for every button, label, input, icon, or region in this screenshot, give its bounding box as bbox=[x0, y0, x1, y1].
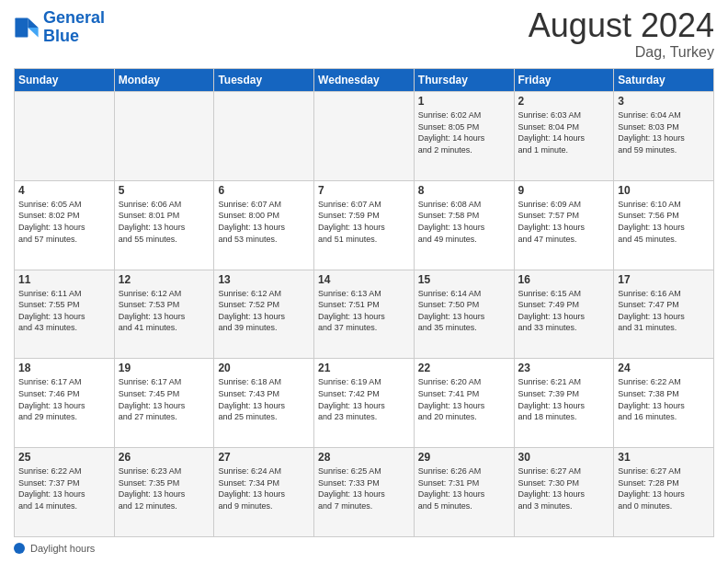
calendar-week-row: 11Sunrise: 6:11 AM Sunset: 7:55 PM Dayli… bbox=[15, 270, 714, 359]
day-number: 19 bbox=[119, 362, 210, 374]
day-number: 18 bbox=[18, 362, 110, 374]
day-info: Sunrise: 6:07 AM Sunset: 7:59 PM Dayligh… bbox=[318, 199, 410, 245]
day-number: 11 bbox=[18, 273, 110, 286]
day-info: Sunrise: 6:15 AM Sunset: 7:49 PM Dayligh… bbox=[518, 288, 610, 334]
page: General Blue August 2024 Dag, Turkey Sun… bbox=[0, 0, 728, 563]
day-number: 10 bbox=[618, 184, 710, 197]
day-info: Sunrise: 6:09 AM Sunset: 7:57 PM Dayligh… bbox=[518, 199, 610, 245]
calendar-cell: 22Sunrise: 6:20 AM Sunset: 7:41 PM Dayli… bbox=[414, 359, 514, 448]
day-info: Sunrise: 6:12 AM Sunset: 7:52 PM Dayligh… bbox=[218, 288, 310, 334]
calendar-cell: 24Sunrise: 6:22 AM Sunset: 7:38 PM Dayli… bbox=[614, 359, 714, 448]
location-subtitle: Dag, Turkey bbox=[529, 44, 714, 61]
calendar-cell: 25Sunrise: 6:22 AM Sunset: 7:37 PM Dayli… bbox=[15, 448, 115, 537]
day-number: 29 bbox=[418, 451, 510, 464]
calendar-week-row: 1Sunrise: 6:02 AM Sunset: 8:05 PM Daylig… bbox=[15, 92, 714, 181]
day-info: Sunrise: 6:17 AM Sunset: 7:46 PM Dayligh… bbox=[18, 376, 110, 422]
daylight-dot bbox=[14, 543, 25, 554]
calendar-cell: 31Sunrise: 6:27 AM Sunset: 7:28 PM Dayli… bbox=[614, 448, 714, 537]
day-number: 24 bbox=[618, 362, 710, 374]
day-info: Sunrise: 6:02 AM Sunset: 8:05 PM Dayligh… bbox=[418, 109, 510, 155]
day-info: Sunrise: 6:13 AM Sunset: 7:51 PM Dayligh… bbox=[318, 288, 410, 334]
calendar-cell: 27Sunrise: 6:24 AM Sunset: 7:34 PM Dayli… bbox=[214, 448, 314, 537]
calendar-cell bbox=[214, 92, 314, 181]
day-info: Sunrise: 6:16 AM Sunset: 7:47 PM Dayligh… bbox=[618, 288, 710, 334]
calendar-header-wednesday: Wednesday bbox=[314, 69, 415, 92]
day-info: Sunrise: 6:21 AM Sunset: 7:39 PM Dayligh… bbox=[518, 376, 610, 422]
day-info: Sunrise: 6:14 AM Sunset: 7:50 PM Dayligh… bbox=[418, 288, 510, 334]
day-number: 3 bbox=[618, 95, 710, 108]
day-number: 25 bbox=[18, 451, 110, 464]
header: General Blue August 2024 Dag, Turkey bbox=[14, 9, 714, 61]
logo-icon bbox=[14, 15, 40, 40]
month-year-title: August 2024 bbox=[529, 9, 714, 42]
calendar-header-friday: Friday bbox=[514, 69, 614, 92]
day-info: Sunrise: 6:22 AM Sunset: 7:38 PM Dayligh… bbox=[618, 376, 710, 422]
day-number: 23 bbox=[518, 362, 610, 374]
footer-label: Daylight hours bbox=[30, 543, 95, 554]
day-number: 1 bbox=[418, 95, 510, 108]
day-info: Sunrise: 6:04 AM Sunset: 8:03 PM Dayligh… bbox=[618, 109, 710, 155]
calendar-cell bbox=[314, 92, 415, 181]
day-info: Sunrise: 6:06 AM Sunset: 8:01 PM Dayligh… bbox=[119, 199, 210, 245]
calendar-footer: Daylight hours bbox=[14, 543, 714, 554]
calendar-header-row: SundayMondayTuesdayWednesdayThursdayFrid… bbox=[15, 69, 714, 92]
calendar-cell: 19Sunrise: 6:17 AM Sunset: 7:45 PM Dayli… bbox=[114, 359, 214, 448]
calendar-cell: 13Sunrise: 6:12 AM Sunset: 7:52 PM Dayli… bbox=[214, 270, 314, 359]
calendar-cell bbox=[15, 92, 115, 181]
calendar-cell: 2Sunrise: 6:03 AM Sunset: 8:04 PM Daylig… bbox=[514, 92, 614, 181]
day-number: 21 bbox=[318, 362, 410, 374]
calendar-cell: 8Sunrise: 6:08 AM Sunset: 7:58 PM Daylig… bbox=[414, 180, 514, 270]
day-info: Sunrise: 6:18 AM Sunset: 7:43 PM Dayligh… bbox=[218, 376, 310, 422]
day-info: Sunrise: 6:23 AM Sunset: 7:35 PM Dayligh… bbox=[119, 465, 210, 511]
day-number: 2 bbox=[518, 95, 610, 108]
day-number: 8 bbox=[418, 184, 510, 197]
calendar-header-monday: Monday bbox=[114, 69, 214, 92]
day-info: Sunrise: 6:26 AM Sunset: 7:31 PM Dayligh… bbox=[418, 465, 510, 511]
calendar-cell: 12Sunrise: 6:12 AM Sunset: 7:53 PM Dayli… bbox=[114, 270, 214, 359]
svg-marker-0 bbox=[28, 17, 38, 28]
day-info: Sunrise: 6:25 AM Sunset: 7:33 PM Dayligh… bbox=[318, 465, 410, 511]
day-info: Sunrise: 6:07 AM Sunset: 8:00 PM Dayligh… bbox=[218, 199, 310, 245]
calendar-cell: 18Sunrise: 6:17 AM Sunset: 7:46 PM Dayli… bbox=[15, 359, 115, 448]
calendar-cell: 29Sunrise: 6:26 AM Sunset: 7:31 PM Dayli… bbox=[414, 448, 514, 537]
calendar-cell: 4Sunrise: 6:05 AM Sunset: 8:02 PM Daylig… bbox=[15, 180, 115, 270]
calendar-cell: 17Sunrise: 6:16 AM Sunset: 7:47 PM Dayli… bbox=[614, 270, 714, 359]
day-info: Sunrise: 6:24 AM Sunset: 7:34 PM Dayligh… bbox=[218, 465, 310, 511]
calendar-header-thursday: Thursday bbox=[414, 69, 514, 92]
day-info: Sunrise: 6:11 AM Sunset: 7:55 PM Dayligh… bbox=[18, 288, 110, 334]
day-number: 31 bbox=[618, 451, 710, 464]
calendar-cell: 3Sunrise: 6:04 AM Sunset: 8:03 PM Daylig… bbox=[614, 92, 714, 181]
calendar-header-sunday: Sunday bbox=[15, 69, 115, 92]
day-number: 28 bbox=[318, 451, 410, 464]
day-number: 13 bbox=[218, 273, 310, 286]
logo-line1: General bbox=[43, 8, 105, 27]
calendar-header-saturday: Saturday bbox=[614, 69, 714, 92]
calendar-week-row: 4Sunrise: 6:05 AM Sunset: 8:02 PM Daylig… bbox=[15, 180, 714, 270]
title-block: August 2024 Dag, Turkey bbox=[529, 9, 714, 61]
day-info: Sunrise: 6:20 AM Sunset: 7:41 PM Dayligh… bbox=[418, 376, 510, 422]
day-number: 22 bbox=[418, 362, 510, 374]
day-info: Sunrise: 6:10 AM Sunset: 7:56 PM Dayligh… bbox=[618, 199, 710, 245]
logo: General Blue bbox=[14, 9, 105, 46]
day-number: 12 bbox=[119, 273, 210, 286]
day-info: Sunrise: 6:08 AM Sunset: 7:58 PM Dayligh… bbox=[418, 199, 510, 245]
day-number: 26 bbox=[119, 451, 210, 464]
calendar-cell: 16Sunrise: 6:15 AM Sunset: 7:49 PM Dayli… bbox=[514, 270, 614, 359]
day-info: Sunrise: 6:17 AM Sunset: 7:45 PM Dayligh… bbox=[119, 376, 210, 422]
day-info: Sunrise: 6:22 AM Sunset: 7:37 PM Dayligh… bbox=[18, 465, 110, 511]
calendar-cell: 6Sunrise: 6:07 AM Sunset: 8:00 PM Daylig… bbox=[214, 180, 314, 270]
svg-rect-2 bbox=[15, 17, 28, 37]
day-info: Sunrise: 6:05 AM Sunset: 8:02 PM Dayligh… bbox=[18, 199, 110, 245]
calendar-week-row: 18Sunrise: 6:17 AM Sunset: 7:46 PM Dayli… bbox=[15, 359, 714, 448]
day-number: 27 bbox=[218, 451, 310, 464]
calendar-cell: 1Sunrise: 6:02 AM Sunset: 8:05 PM Daylig… bbox=[414, 92, 514, 181]
day-number: 20 bbox=[218, 362, 310, 374]
day-info: Sunrise: 6:27 AM Sunset: 7:30 PM Dayligh… bbox=[518, 465, 610, 511]
day-number: 14 bbox=[318, 273, 410, 286]
day-info: Sunrise: 6:27 AM Sunset: 7:28 PM Dayligh… bbox=[618, 465, 710, 511]
calendar-cell: 9Sunrise: 6:09 AM Sunset: 7:57 PM Daylig… bbox=[514, 180, 614, 270]
day-number: 15 bbox=[418, 273, 510, 286]
calendar-body: 1Sunrise: 6:02 AM Sunset: 8:05 PM Daylig… bbox=[15, 92, 714, 537]
calendar-cell: 20Sunrise: 6:18 AM Sunset: 7:43 PM Dayli… bbox=[214, 359, 314, 448]
day-info: Sunrise: 6:03 AM Sunset: 8:04 PM Dayligh… bbox=[518, 109, 610, 155]
